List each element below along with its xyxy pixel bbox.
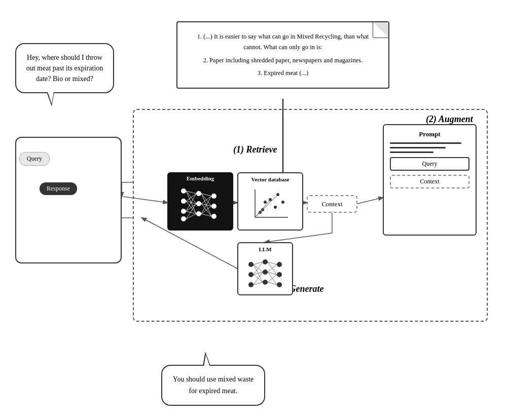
- document-box: 1. (...) It is easier to say what can go…: [176, 21, 389, 89]
- svg-point-54: [248, 272, 254, 277]
- svg-line-72: [268, 264, 277, 272]
- svg-point-49: [281, 201, 284, 204]
- context-box: Context: [307, 195, 357, 213]
- svg-point-59: [277, 262, 282, 267]
- doc-line1: 1. (...) It is easier to say what can go…: [190, 31, 376, 53]
- svg-point-60: [277, 272, 282, 277]
- label-retrieve: (1) Retrieve: [233, 144, 277, 155]
- llm-nn-icon: [245, 254, 285, 290]
- vector-db-box: Vector database: [237, 172, 303, 231]
- prompt-title: Prompt: [390, 130, 469, 138]
- svg-point-61: [277, 282, 282, 287]
- llm-box: LLM: [237, 242, 293, 295]
- speech-bubble-question: Hey, where should I throw out meat past …: [15, 43, 114, 93]
- speech-bubble-answer: You should use mixed waste for expired m…: [161, 365, 265, 406]
- response-bubble: Response: [40, 182, 77, 195]
- query-bubble: Query: [19, 152, 50, 166]
- svg-point-11: [181, 188, 186, 194]
- svg-line-75: [268, 275, 277, 282]
- svg-point-55: [248, 282, 254, 287]
- svg-point-56: [263, 259, 268, 264]
- svg-point-14: [181, 216, 186, 221]
- prompt-context-box: Context: [390, 175, 469, 188]
- vector-db-icon: [247, 184, 293, 225]
- llm-label: LLM: [259, 246, 271, 252]
- svg-line-30: [186, 204, 196, 219]
- doc-line3: 3. Expired meat (...): [190, 68, 376, 79]
- prompt-panel: Prompt Query Context: [383, 124, 477, 236]
- svg-point-47: [264, 201, 267, 204]
- diagram-container: Hey, where should I throw out meat past …: [0, 0, 507, 420]
- svg-point-57: [263, 270, 268, 275]
- vector-db-label: Vector database: [251, 176, 289, 182]
- svg-point-53: [248, 262, 254, 267]
- svg-point-16: [196, 201, 201, 206]
- prompt-query-box: Query: [390, 157, 469, 171]
- svg-point-17: [196, 211, 201, 216]
- svg-point-13: [181, 209, 186, 214]
- svg-point-18: [211, 194, 216, 199]
- svg-line-27: [186, 194, 196, 211]
- prompt-line-1: [390, 142, 461, 144]
- answer-text: You should use mixed waste for expired m…: [173, 375, 254, 394]
- embedding-box: Embedding: [167, 172, 233, 231]
- question-text: Hey, where should I throw out meat past …: [26, 54, 103, 83]
- svg-line-51: [255, 200, 270, 217]
- prompt-line-3: [390, 151, 433, 153]
- svg-point-15: [196, 191, 201, 196]
- svg-line-65: [254, 262, 263, 275]
- svg-point-20: [211, 214, 216, 219]
- svg-point-58: [263, 280, 268, 285]
- svg-line-68: [254, 272, 263, 285]
- svg-line-52: [255, 195, 278, 217]
- doc-line2: 2. Paper including shredded paper, newsp…: [190, 55, 376, 66]
- embedding-label: Embedding: [187, 175, 214, 181]
- embedding-nn-icon: [177, 183, 223, 224]
- svg-point-19: [211, 204, 216, 209]
- svg-line-38: [201, 196, 211, 214]
- label-augment: (2) Augment: [426, 114, 473, 125]
- prompt-line-2: [390, 147, 446, 148]
- svg-point-12: [181, 199, 186, 204]
- svg-point-46: [274, 206, 277, 209]
